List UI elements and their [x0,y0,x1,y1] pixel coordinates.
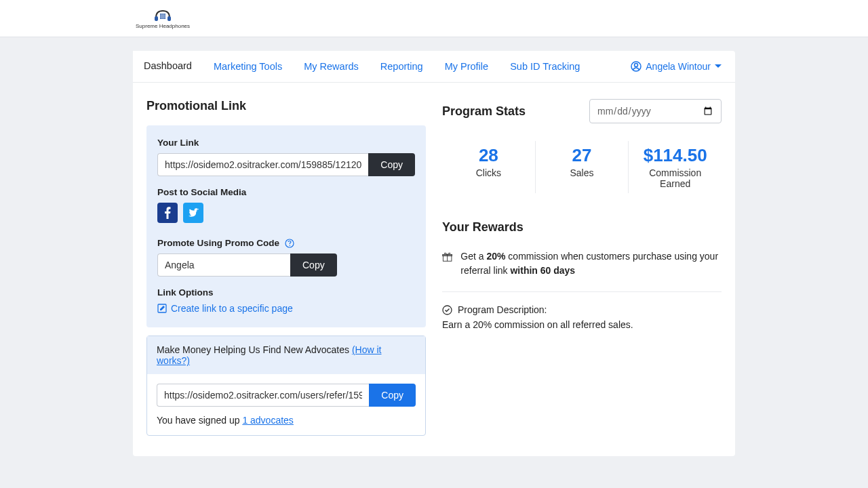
program-description-label: Program Description: [442,304,722,315]
tab-reporting[interactable]: Reporting [370,52,434,81]
chevron-down-icon [715,64,722,68]
stat-clicks: 28 Clicks [442,141,536,193]
copy-link-button[interactable]: Copy [368,153,415,176]
stat-clicks-value: 28 [449,145,528,166]
twitter-icon [188,208,199,218]
program-stats-title: Program Stats [442,104,526,119]
tab-marketing-tools[interactable]: Marketing Tools [203,52,293,81]
tab-my-rewards[interactable]: My Rewards [293,52,370,81]
headphones-icon [153,8,172,22]
stat-commission-label: Commission Earned [635,167,715,189]
user-icon [631,61,642,72]
svg-point-10 [635,64,638,67]
copy-refer-link-button[interactable]: Copy [369,384,416,407]
link-options-label: Link Options [157,287,415,298]
svg-point-12 [289,245,290,247]
your-rewards-title: Your Rewards [442,220,722,235]
svg-rect-1 [167,16,171,21]
edit-icon [157,304,167,313]
rewards-description: Get a 20% commission when customers purc… [460,249,722,278]
nav-tabs: Dashboard Marketing Tools My Rewards Rep… [133,51,735,83]
svg-rect-0 [155,16,158,21]
tab-dashboard[interactable]: Dashboard [133,51,203,82]
gift-icon [442,249,452,264]
advocates-count-link[interactable]: 1 advocates [242,415,294,426]
brand-name: Supreme Headphones [136,23,190,29]
your-link-label: Your Link [157,138,415,148]
promo-code-label: Promote Using Promo Code [157,238,415,248]
facebook-icon [164,207,171,219]
stat-commission: $114.50 Commission Earned [629,141,722,193]
copy-promo-code-button[interactable]: Copy [290,253,337,277]
create-specific-link[interactable]: Create link to a specific page [157,303,415,314]
twitter-share-button[interactable] [183,203,203,223]
promo-code-input[interactable] [157,253,290,277]
advocate-header: Make Money Helping Us Find New Advocates… [147,336,425,374]
post-social-label: Post to Social Media [157,187,415,197]
stat-sales-label: Sales [542,167,622,178]
stat-sales-value: 27 [542,145,622,166]
promo-link-title: Promotional Link [146,99,426,113]
stat-commission-value: $114.50 [635,145,715,166]
stat-sales: 27 Sales [536,141,629,193]
help-icon[interactable] [285,239,294,248]
facebook-share-button[interactable] [157,203,178,223]
brand-logo: Supreme Headphones [136,8,190,29]
your-link-input[interactable] [157,153,368,176]
stat-clicks-label: Clicks [449,167,528,178]
tab-sub-id-tracking[interactable]: Sub ID Tracking [499,52,591,81]
refer-link-input[interactable] [157,384,369,407]
stats-date-input[interactable] [589,99,722,123]
user-menu[interactable]: Angela Wintour [631,61,735,72]
tab-my-profile[interactable]: My Profile [434,52,499,81]
advocates-count-text: You have signed up 1 advocates [157,415,416,426]
user-name: Angela Wintour [646,61,711,72]
program-description-text: Earn a 20% commission on all referred sa… [442,319,722,330]
check-circle-icon [442,305,452,315]
